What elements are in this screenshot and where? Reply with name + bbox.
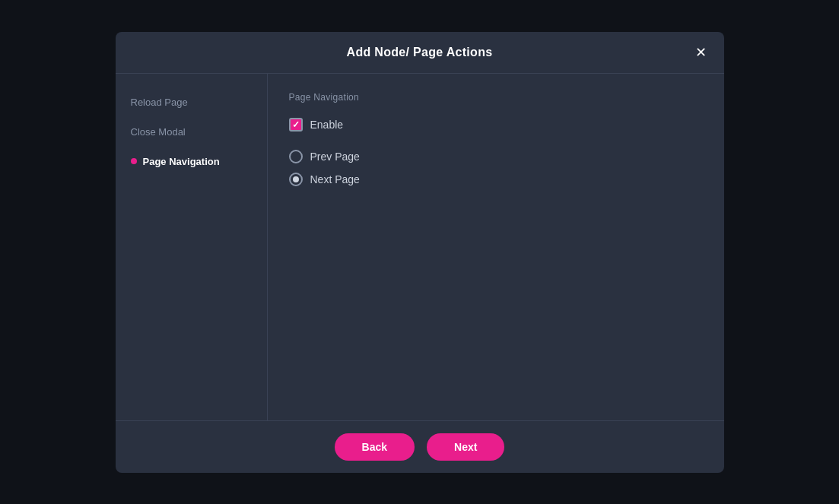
sidebar-item-reload-page[interactable]: Reload Page bbox=[116, 89, 267, 116]
prev-page-label: Prev Page bbox=[310, 151, 360, 163]
radio-prev-page[interactable]: Prev Page bbox=[289, 150, 703, 163]
close-button[interactable]: ✕ bbox=[691, 42, 712, 63]
enable-checkbox-row[interactable]: ✓ Enable bbox=[289, 118, 703, 132]
next-page-label: Next Page bbox=[310, 173, 360, 185]
sidebar-item-label: Close Modal bbox=[131, 126, 186, 138]
enable-label: Enable bbox=[310, 119, 344, 131]
modal: Add Node/ Page Actions ✕ Reload Page Clo… bbox=[116, 32, 724, 473]
modal-header: Add Node/ Page Actions ✕ bbox=[116, 32, 724, 74]
modal-title: Add Node/ Page Actions bbox=[347, 46, 493, 59]
back-button[interactable]: Back bbox=[335, 433, 415, 461]
next-page-radio[interactable] bbox=[289, 173, 303, 186]
radio-group: Prev Page Next Page bbox=[289, 150, 703, 186]
modal-overlay: Add Node/ Page Actions ✕ Reload Page Clo… bbox=[0, 0, 839, 504]
modal-body: Reload Page Close Modal Page Navigation … bbox=[116, 74, 724, 420]
sidebar-item-label: Page Navigation bbox=[143, 156, 220, 167]
checkmark-icon: ✓ bbox=[292, 120, 300, 129]
enable-checkbox[interactable]: ✓ bbox=[289, 118, 303, 132]
radio-next-page[interactable]: Next Page bbox=[289, 173, 703, 186]
sidebar-item-page-navigation[interactable]: Page Navigation bbox=[116, 148, 267, 175]
modal-footer: Back Next bbox=[116, 420, 724, 473]
active-indicator bbox=[131, 158, 137, 164]
content-area: Page Navigation ✓ Enable Prev Page bbox=[268, 74, 724, 420]
sidebar-item-label: Reload Page bbox=[131, 97, 188, 108]
next-button[interactable]: Next bbox=[427, 433, 504, 461]
sidebar-item-close-modal[interactable]: Close Modal bbox=[116, 119, 267, 145]
prev-page-radio[interactable] bbox=[289, 150, 303, 163]
sidebar: Reload Page Close Modal Page Navigation bbox=[116, 74, 268, 420]
section-label: Page Navigation bbox=[289, 92, 703, 103]
